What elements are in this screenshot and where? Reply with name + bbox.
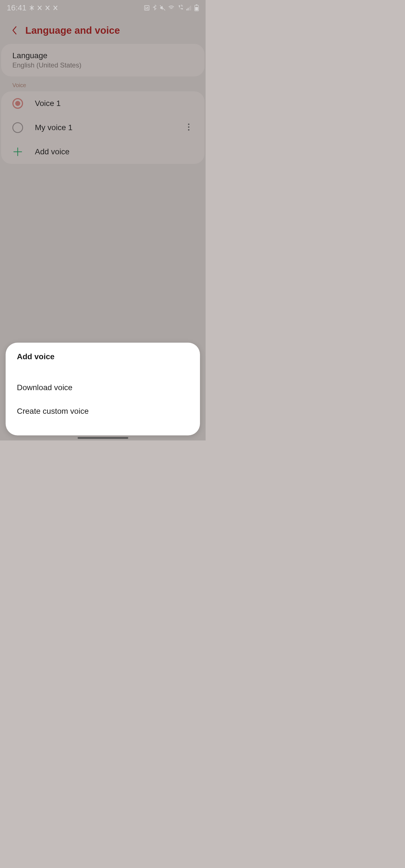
svg-point-10: [188, 126, 190, 128]
create-custom-voice-option[interactable]: Create custom voice: [17, 399, 189, 423]
voice-option-1[interactable]: Voice 1: [1, 91, 204, 116]
wifi-icon: [168, 5, 175, 11]
svg-rect-8: [195, 7, 198, 10]
add-voice-sheet: Add voice Download voice Create custom v…: [6, 343, 200, 435]
svg-rect-4: [189, 7, 190, 10]
status-time: 16:41: [7, 3, 26, 12]
mute-icon: [160, 5, 166, 11]
bluetooth-icon: [152, 5, 157, 11]
x-icon: [36, 5, 43, 11]
voice-section-label: Voice: [0, 76, 206, 91]
download-voice-option[interactable]: Download voice: [17, 376, 189, 399]
svg-point-9: [188, 124, 190, 125]
page-header: Language and voice: [0, 14, 206, 44]
nfc-icon: [144, 5, 150, 11]
status-right: [144, 4, 199, 11]
x-icon: [45, 5, 51, 11]
sheet-title: Add voice: [17, 352, 189, 361]
svg-rect-3: [187, 8, 189, 10]
home-indicator[interactable]: [78, 437, 128, 439]
status-left: 16:41: [7, 3, 58, 12]
back-button[interactable]: [12, 26, 18, 35]
chevron-left-icon: [12, 26, 18, 35]
radio-selected-icon: [12, 98, 23, 109]
battery-icon: [194, 4, 199, 11]
language-label: Language: [12, 51, 193, 60]
more-button[interactable]: [184, 123, 193, 132]
plus-icon: [12, 147, 23, 157]
voice-list: Voice 1 My voice 1 Add voice: [1, 91, 204, 164]
x-icon: [52, 5, 58, 11]
svg-rect-2: [186, 9, 187, 10]
status-app-icons: [29, 5, 58, 11]
status-bar: 16:41: [0, 0, 206, 14]
language-setting[interactable]: Language English (United States): [1, 44, 204, 76]
voice-option-my-voice-1[interactable]: My voice 1: [1, 116, 204, 140]
page-title: Language and voice: [25, 25, 120, 36]
voice-label: Voice 1: [35, 99, 193, 108]
svg-rect-5: [191, 6, 191, 10]
radio-unselected-icon: [12, 122, 23, 133]
add-voice-button[interactable]: Add voice: [1, 140, 204, 164]
asterisk-icon: [29, 5, 35, 11]
signal-icon: [186, 5, 192, 11]
svg-point-11: [188, 129, 190, 131]
add-voice-label: Add voice: [35, 147, 193, 156]
voice-label: My voice 1: [35, 123, 184, 132]
more-vertical-icon: [187, 123, 190, 131]
wifi-calling-icon: [177, 5, 184, 11]
language-value: English (United States): [12, 61, 193, 69]
